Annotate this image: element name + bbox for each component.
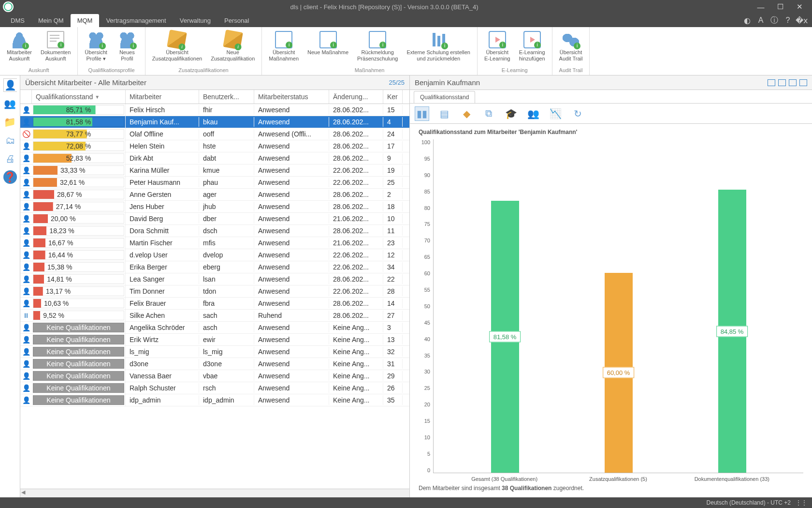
menu-tab-mein-qm[interactable]: Mein QM <box>31 14 71 27</box>
cell-date: 28.06.202... <box>329 129 383 139</box>
table-row[interactable]: 👤32,61 %Peter HausmannphauAnwesend22.06.… <box>20 177 409 189</box>
cell-date: 28.06.202... <box>329 299 383 308</box>
layout-icon-2[interactable] <box>778 79 786 86</box>
ribbon-bersicht-zusatzqualifikationen[interactable]: iÜbersichtZusatzqualifikationen <box>149 29 205 66</box>
table-row[interactable]: 👤Keine QualifikationenAngelika Schrödera… <box>20 322 409 334</box>
menu-tab-vertragsmanagement[interactable]: Vertragsmanagement <box>99 14 173 27</box>
horizontal-scrollbar[interactable] <box>20 489 409 497</box>
ribbon-neue-zusatzqualifikation[interactable]: iNeueZusatzqualifikation <box>208 29 258 66</box>
row-status-icon: 👤 <box>20 166 32 174</box>
sidebar-icon-3[interactable]: 🗂 <box>3 134 17 147</box>
minimize-button[interactable]: — <box>751 1 770 13</box>
tab-qualifikationsstand[interactable]: Qualifikationsstand <box>414 91 475 103</box>
exit-icon[interactable]: �ⅹ <box>795 14 808 27</box>
graduation-icon[interactable]: 🎓 <box>504 106 518 121</box>
layout-icon-4[interactable] <box>799 79 807 86</box>
ribbon-neue-manahme[interactable]: iNeue Maßnahme <box>304 29 351 66</box>
table-row[interactable]: 🚫73,77 %Olaf OfflineooffAnwesend (Offli.… <box>20 128 409 140</box>
table-row[interactable]: 👤13,17 %Tim DonnertdonAnwesend22.06.202.… <box>20 285 409 298</box>
table-row[interactable]: 👤Keine Qualifikationend3oned3oneAnwesend… <box>20 358 409 370</box>
table-row[interactable]: 👤Keine Qualifikationenidp_adminidp_admin… <box>20 394 409 406</box>
table-row[interactable]: 👤10,63 %Felix BrauerfbraAnwesend28.06.20… <box>20 298 409 310</box>
help-icon[interactable]: ? <box>781 14 795 27</box>
resize-grip-icon[interactable]: ⋮⋮ <box>796 499 807 506</box>
layout-icon-1[interactable] <box>768 79 775 86</box>
cell-ker: 15 <box>383 105 403 115</box>
table-row[interactable]: 👤Keine QualifikationenRalph Schusterrsch… <box>20 382 409 394</box>
table-row[interactable]: 👤85,71 %Felix HirschfhirAnwesend28.06.20… <box>20 104 409 116</box>
cube-icon: i <box>223 30 243 50</box>
table-row[interactable]: 👤14,81 %Lea SangerlsanAnwesend28.06.202.… <box>20 273 409 285</box>
font-icon[interactable]: A <box>754 14 768 27</box>
cell-name: Erik Wirtz <box>126 335 199 344</box>
ribbon-externe-schulung-erstellen-und-zurckmelden[interactable]: iExterne Schulung erstellenund zurückmel… <box>404 29 473 66</box>
column-header[interactable]: Änderung... <box>329 90 383 104</box>
table-row[interactable]: 👤Keine Qualifikationenls_migls_migAnwese… <box>20 346 409 358</box>
table-row[interactable]: 👤15,38 %Erika BergerebergAnwesend22.06.2… <box>20 261 409 273</box>
column-header[interactable]: Mitarbeiter <box>126 90 199 104</box>
table-row[interactable]: 👤72,08 %Helen SteinhsteAnwesend28.06.202… <box>20 140 409 152</box>
close-button[interactable]: ✕ <box>790 1 809 13</box>
x-tick-label: Dokumentenqualifikationen (33) <box>675 476 789 482</box>
ribbon-bersicht-audit-trail[interactable]: iÜbersichtAudit Trail <box>556 29 586 66</box>
ribbon-neues-profil[interactable]: iNeuesProfil <box>113 29 141 66</box>
ribbon-bersicht-manahmen[interactable]: iÜbersichtMaßnahmen <box>266 29 302 66</box>
table-row[interactable]: 👤16,44 %d.velop UserdvelopAnwesend22.06.… <box>20 249 409 261</box>
cube-icon[interactable]: ◆ <box>459 106 474 121</box>
theme-icon[interactable]: ◐ <box>740 14 754 27</box>
table-row[interactable]: 👤81,58 %Benjamin Kauf...bkauAnwesend28.0… <box>20 116 409 128</box>
maximize-button[interactable]: ☐ <box>770 1 790 13</box>
ribbon-bersicht-e-learning[interactable]: iÜbersichtE-Learning <box>481 29 513 66</box>
table-row[interactable]: 👤33,33 %Karina MüllerkmueAnwesend22.06.2… <box>20 164 409 177</box>
window-title: dls | client - Felix Hirsch [Repository … <box>17 3 751 11</box>
cell-date: Keine Ang... <box>329 359 383 369</box>
sidebar-icon-1[interactable]: 👥 <box>3 97 17 110</box>
people-icon[interactable]: 👥 <box>526 106 540 121</box>
menu-tab-dms[interactable]: DMS <box>4 14 31 27</box>
chart-view-icon[interactable]: ▮▮ <box>415 106 429 121</box>
ribbon-mitarbeiter-auskunft[interactable]: iMitarbeiterAuskunft <box>4 29 35 66</box>
table-row[interactable]: ⏸9,52 %Silke AchensachRuhend28.06.202...… <box>20 310 409 322</box>
table-row[interactable]: 👤52,83 %Dirk AbtdabtAnwesend28.06.202...… <box>20 152 409 164</box>
cell-user: kmue <box>199 165 254 175</box>
column-header[interactable]: Benutzerk... <box>199 90 254 104</box>
cell-ker: 26 <box>383 383 403 393</box>
cell-name: Helen Stein <box>126 141 199 151</box>
copy-icon[interactable]: ⧉ <box>481 106 496 121</box>
ribbon-dokumenten-auskunft[interactable]: iDokumentenAuskunft <box>38 29 73 66</box>
table-row[interactable]: 👤20,00 %David BergdberAnwesend21.06.202.… <box>20 213 409 225</box>
table-view-icon[interactable]: ▤ <box>437 106 451 121</box>
employee-grid[interactable]: Qualifikationsstand▼MitarbeiterBenutzerk… <box>20 90 409 489</box>
y-axis: 1009590858075706560555045403530252015105… <box>419 139 433 473</box>
row-status-icon: 👤 <box>20 287 32 295</box>
table-row[interactable]: 👤Keine QualifikationenErik WirtzewirAnwe… <box>20 334 409 346</box>
column-header[interactable]: Mitarbeiterstatus <box>254 90 329 104</box>
sidebar-icon-5[interactable]: ❓ <box>3 170 17 184</box>
cell-status: Anwesend <box>254 153 329 163</box>
trend-icon[interactable]: 📉 <box>548 106 563 121</box>
play-icon: i <box>523 31 541 48</box>
table-row[interactable]: 👤27,14 %Jens HuberjhubAnwesend28.06.202.… <box>20 201 409 213</box>
table-row[interactable]: 👤Keine QualifikationenVanessa BaervbaeAn… <box>20 370 409 382</box>
column-header[interactable]: Ker <box>383 90 403 104</box>
bar-label: 60,00 % <box>603 367 635 378</box>
ribbon-rckmeldung-prsenzschulung[interactable]: iRückmeldungPräsenzschulung <box>354 29 401 66</box>
sidebar-icon-0[interactable]: 👤 <box>3 78 17 92</box>
menu-tab-personal[interactable]: Personal <box>218 14 256 27</box>
history-icon[interactable]: ↻ <box>570 106 585 121</box>
info-icon[interactable]: ⓘ <box>768 14 781 27</box>
column-header[interactable]: Qualifikationsstand▼ <box>32 90 126 104</box>
menu-tab-mqm[interactable]: MQM <box>71 14 100 27</box>
table-row[interactable]: 👤28,67 %Anne GerstenagerAnwesend28.06.20… <box>20 189 409 201</box>
ribbon-e-learning-hinzufgen[interactable]: iE-Learninghinzufügen <box>516 29 548 66</box>
sidebar-icon-2[interactable]: 📁 <box>3 115 17 129</box>
screen-icon: i <box>369 31 386 48</box>
table-row[interactable]: 👤16,67 %Martin FischermfisAnwesend21.06.… <box>20 237 409 249</box>
column-header[interactable] <box>20 90 32 104</box>
cell-name: Ralph Schuster <box>126 383 199 393</box>
layout-icon-3[interactable] <box>789 79 797 86</box>
ribbon-bersicht-profile-[interactable]: iÜbersichtProfile ▾ <box>82 29 110 66</box>
menu-tab-verwaltung[interactable]: Verwaltung <box>173 14 218 27</box>
sidebar-icon-4[interactable]: 🖨 <box>3 152 17 165</box>
table-row[interactable]: 👤18,23 %Dora SchmittdschAnwesend28.06.20… <box>20 225 409 237</box>
